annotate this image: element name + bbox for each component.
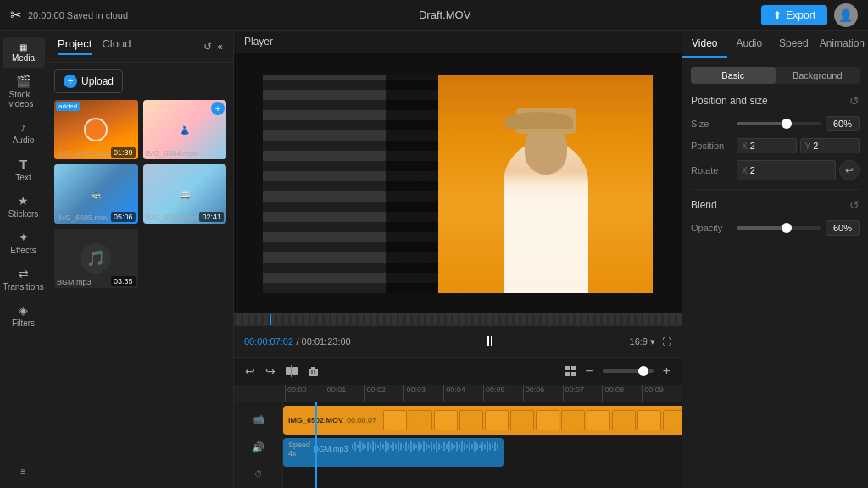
rotate-direction-button[interactable]: ↩ <box>839 160 860 180</box>
list-item[interactable]: 🚐 02:41 IMG_6509.mov <box>143 164 227 224</box>
tab-project[interactable]: Project <box>58 37 92 55</box>
opacity-value[interactable]: 60% <box>826 220 860 236</box>
split-button[interactable] <box>283 362 300 380</box>
grid-view-button[interactable] <box>562 363 579 380</box>
sidebar-item-text[interactable]: T Text <box>3 152 45 187</box>
delete-button[interactable] <box>305 362 321 380</box>
playhead[interactable] <box>315 402 317 488</box>
sidebar-label-effects: Effects <box>10 246 36 255</box>
saved-status: 20:00:00 Saved in cloud <box>28 10 128 20</box>
undo-button[interactable]: ↩ <box>242 362 258 380</box>
svg-rect-12 <box>354 442 356 451</box>
size-label: Size <box>691 119 732 129</box>
size-row: Size 60% <box>691 116 860 131</box>
tab-cloud[interactable]: Cloud <box>102 37 131 55</box>
player-controls: 00:00:07:02 / 00:01:23:00 ⏸ 16:9 ▾ ⛶ <box>234 325 682 357</box>
audio-clip-name: BGM.mp3 <box>314 445 348 453</box>
topbar-title: Draft.MOV <box>419 8 470 21</box>
position-size-section: Position and size ↺ Size 60% Position <box>691 94 860 180</box>
audio-icon: ♪ <box>20 120 26 134</box>
upload-button[interactable]: + Upload <box>54 69 123 93</box>
tab-animation[interactable]: Animation <box>816 30 868 58</box>
sidebar-label-stickers: Stickers <box>8 209 39 219</box>
sidebar: ▦ Media 🎬 Stock videos ♪ Audio T Text ★ … <box>0 30 47 488</box>
list-item[interactable]: 🚌 05:06 IMG_6505.mov <box>54 164 138 224</box>
sidebar-item-stock-videos[interactable]: 🎬 Stock videos <box>3 69 45 114</box>
redo-button[interactable]: ↪ <box>263 362 278 380</box>
svg-rect-0 <box>286 367 291 375</box>
sidebar-item-media[interactable]: ▦ Media <box>3 37 45 68</box>
audio2-track-icon: ⏱ <box>254 469 263 479</box>
position-row: Position X 2 Y 2 <box>691 138 860 153</box>
waveform-svg <box>352 441 498 452</box>
list-item[interactable]: 🎵 03:35 BGM.mp3 <box>54 229 138 288</box>
rotate-row: Rotate X 2 ↩ <box>691 160 860 180</box>
tab-video[interactable]: Video <box>682 30 727 58</box>
svg-rect-7 <box>565 366 570 370</box>
right-panel-tabs: Video Audio Speed Animation <box>682 30 868 58</box>
fullscreen-button[interactable]: ⛶ <box>662 336 671 347</box>
subtitles-icon: ≡ <box>21 467 26 476</box>
track-labels: 📹 🔊 ⏱ <box>234 402 283 488</box>
svg-rect-41 <box>428 445 430 448</box>
logo-icon: ✂ <box>10 7 21 23</box>
opacity-slider[interactable] <box>737 226 821 230</box>
rot-x-field[interactable]: X 2 <box>737 160 836 180</box>
collapse-icon[interactable]: « <box>217 41 223 53</box>
svg-rect-56 <box>466 445 468 448</box>
svg-rect-19 <box>372 441 374 452</box>
subtab-background[interactable]: Background <box>776 67 860 84</box>
subtab-basic[interactable]: Basic <box>691 67 776 84</box>
pos-y-field[interactable]: Y 2 <box>800 138 860 153</box>
add-to-timeline-icon[interactable]: + <box>211 102 225 115</box>
zoom-out-button[interactable]: − <box>582 361 595 381</box>
aspect-ratio-selector[interactable]: 16:9 ▾ <box>630 336 655 347</box>
svg-rect-24 <box>385 441 387 452</box>
pos-y-label: Y <box>805 141 811 151</box>
svg-rect-3 <box>309 369 318 376</box>
sidebar-item-filters[interactable]: ◈ Filters <box>3 298 45 333</box>
ruler-mark: 00:01 <box>325 385 364 402</box>
list-item[interactable]: 👗 + IMG_6504.mov <box>143 100 227 159</box>
sidebar-item-effects[interactable]: ✦ Effects <box>3 225 45 260</box>
tab-audio[interactable]: Audio <box>727 30 772 58</box>
ruler-mark: 00:00 <box>285 385 325 402</box>
added-badge: added <box>56 102 80 111</box>
sidebar-item-audio[interactable]: ♪ Audio <box>3 115 45 150</box>
size-value[interactable]: 60% <box>826 116 860 131</box>
size-slider[interactable] <box>737 122 821 125</box>
sidebar-label-transitions: Transitions <box>3 282 44 291</box>
opacity-row: Opacity 60% <box>691 220 860 236</box>
svg-rect-29 <box>398 441 399 452</box>
svg-rect-9 <box>565 372 570 376</box>
pause-button[interactable]: ⏸ <box>478 330 502 353</box>
refresh-icon[interactable]: ↺ <box>203 41 212 53</box>
export-button[interactable]: ⬆ Export <box>761 5 827 25</box>
video-clip[interactable]: IMG_6502.MOV 00:00:07 <box>283 406 682 435</box>
avatar[interactable]: 👤 <box>834 3 858 27</box>
audio2-track-label: ⏱ <box>237 463 279 485</box>
svg-rect-51 <box>453 445 455 448</box>
sidebar-label-filters: Filters <box>12 319 35 328</box>
pos-x-label: X <box>742 141 748 151</box>
svg-rect-59 <box>474 441 476 452</box>
zoom-in-button[interactable]: + <box>660 361 673 381</box>
svg-rect-54 <box>461 441 463 452</box>
list-item[interactable]: added 01:39 IMG_6502.mov <box>54 100 138 159</box>
svg-rect-17 <box>367 442 369 451</box>
tab-speed[interactable]: Speed <box>771 30 816 58</box>
reset-position-button[interactable]: ↺ <box>849 94 860 108</box>
svg-rect-15 <box>362 443 364 450</box>
sidebar-item-subtitles[interactable]: ≡ <box>3 462 45 481</box>
zoom-slider[interactable] <box>603 369 654 373</box>
stock-videos-icon: 🎬 <box>16 75 31 88</box>
player-frame <box>263 75 653 293</box>
scrubber-bar[interactable] <box>234 313 682 325</box>
sidebar-item-transitions[interactable]: ⇄ Transitions <box>3 262 45 297</box>
svg-rect-68 <box>497 444 498 449</box>
reset-blend-button[interactable]: ↺ <box>849 198 860 212</box>
pos-x-field[interactable]: X 2 <box>737 138 797 153</box>
section-divider <box>691 189 860 190</box>
svg-rect-46 <box>441 445 442 448</box>
sidebar-item-stickers[interactable]: ★ Stickers <box>3 189 45 224</box>
